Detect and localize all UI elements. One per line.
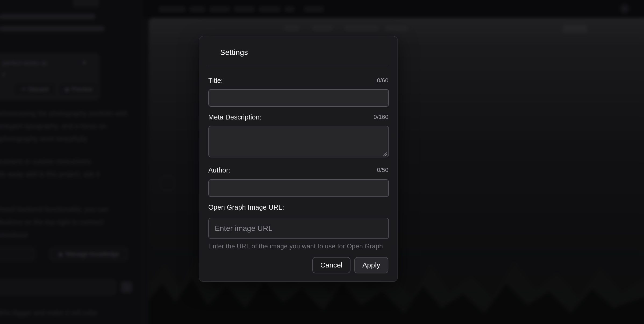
author-field-label: Author: bbox=[208, 166, 230, 174]
title-char-counter: 0/60 bbox=[377, 77, 388, 84]
og-image-url-helper-text: Enter the URL of the image you want to u… bbox=[208, 242, 383, 250]
title-field-label: Title: bbox=[208, 77, 223, 84]
author-char-counter: 0/50 bbox=[377, 167, 388, 174]
cancel-button[interactable]: Cancel bbox=[312, 257, 350, 273]
meta-description-field-label: Meta Description: bbox=[208, 113, 262, 121]
og-image-url-field-label: Open Graph Image URL: bbox=[208, 203, 284, 211]
author-input[interactable] bbox=[208, 179, 389, 197]
meta-description-textarea[interactable] bbox=[208, 126, 389, 157]
title-input[interactable] bbox=[208, 89, 389, 107]
divider bbox=[208, 66, 388, 66]
settings-dialog: Settings Title: 0/60 Meta Description: 0… bbox=[199, 36, 398, 282]
apply-button[interactable]: Apply bbox=[354, 257, 388, 273]
og-image-url-input[interactable] bbox=[208, 218, 389, 239]
meta-description-char-counter: 0/160 bbox=[374, 114, 388, 121]
dialog-title: Settings bbox=[220, 48, 248, 57]
